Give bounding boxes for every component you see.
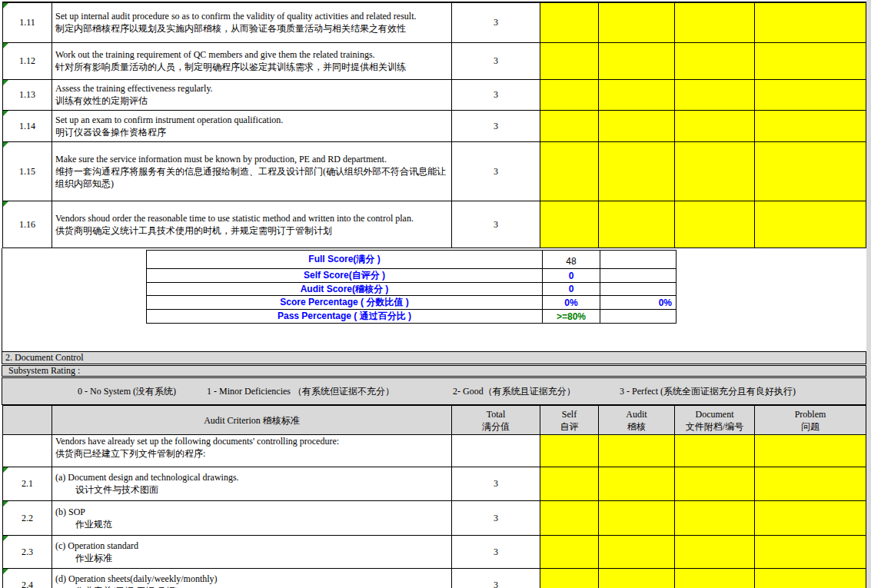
audit-score-cell[interactable] bbox=[599, 80, 675, 111]
problem-cell[interactable] bbox=[755, 435, 866, 467]
row-number-cell[interactable]: 2.1 bbox=[2, 467, 52, 501]
document-ref-cell[interactable] bbox=[675, 43, 755, 80]
header-criterion-cell[interactable]: Audit Criterion 稽核标准 bbox=[52, 405, 452, 435]
document-ref-cell[interactable] bbox=[675, 111, 755, 142]
self-score-cell[interactable] bbox=[540, 501, 599, 536]
row-number-cell[interactable]: 1.13 bbox=[2, 80, 52, 111]
audit-score-cell[interactable] bbox=[599, 43, 675, 80]
audit-score-cell[interactable] bbox=[599, 435, 675, 467]
row-number-cell[interactable]: 1.15 bbox=[2, 142, 52, 201]
audit-score-cell[interactable] bbox=[599, 142, 675, 201]
total-score-cell[interactable]: 3 bbox=[452, 501, 540, 536]
total-score-cell[interactable]: 3 bbox=[452, 43, 540, 80]
audit-score-cell[interactable] bbox=[599, 501, 675, 536]
full-score-label-cell[interactable]: Full Score(满分 ) bbox=[147, 251, 543, 268]
summary-extra-cell[interactable] bbox=[600, 269, 676, 282]
document-ref-cell[interactable] bbox=[675, 2, 755, 43]
pass-percentage-label-cell[interactable]: Pass Percentage ( 通过百分比 ) bbox=[147, 310, 543, 323]
problem-cell[interactable] bbox=[755, 2, 866, 43]
section2-title-band[interactable]: 2. Document Control bbox=[2, 351, 866, 364]
total-score-cell[interactable]: 3 bbox=[452, 201, 540, 248]
audit-score-cell[interactable] bbox=[599, 111, 675, 142]
criterion-cell[interactable]: Vendors have already set up the followin… bbox=[52, 435, 452, 467]
row-number-cell[interactable]: 1.11 bbox=[2, 2, 52, 43]
self-score-cell[interactable] bbox=[540, 111, 599, 142]
row-number-cell[interactable]: 2.3 bbox=[2, 536, 52, 569]
total-score-cell[interactable]: 3 bbox=[452, 2, 540, 43]
problem-cell[interactable] bbox=[755, 501, 866, 536]
total-score-cell[interactable]: 3 bbox=[452, 142, 540, 201]
document-ref-cell[interactable] bbox=[675, 536, 755, 569]
audit-score-label-cell[interactable]: Audit Score(稽核分 ) bbox=[147, 283, 543, 295]
self-score-cell[interactable] bbox=[540, 201, 599, 248]
criterion-cell[interactable]: Set up an exam to confirm instrument ope… bbox=[52, 111, 452, 142]
document-ref-cell[interactable] bbox=[675, 569, 755, 588]
audit-score-cell[interactable] bbox=[599, 569, 675, 588]
document-ref-cell[interactable] bbox=[675, 201, 755, 248]
problem-cell[interactable] bbox=[755, 142, 866, 201]
problem-cell[interactable] bbox=[755, 536, 866, 569]
row-number-cell[interactable]: 2.4 bbox=[2, 569, 52, 588]
audit-score-cell[interactable] bbox=[599, 2, 675, 43]
problem-cell[interactable] bbox=[755, 569, 866, 588]
document-ref-cell[interactable] bbox=[675, 142, 755, 201]
self-score-cell[interactable] bbox=[540, 80, 599, 111]
problem-cell[interactable] bbox=[755, 467, 866, 501]
audit-score-cell[interactable] bbox=[599, 201, 675, 248]
row-number-cell[interactable]: 1.12 bbox=[2, 43, 52, 80]
self-score-cell[interactable] bbox=[540, 2, 599, 43]
summary-extra-cell[interactable] bbox=[600, 283, 676, 295]
problem-cell[interactable] bbox=[755, 80, 866, 111]
document-ref-cell[interactable] bbox=[675, 501, 755, 536]
criterion-cell[interactable]: Assess the training effectiveness regula… bbox=[52, 80, 452, 111]
criterion-cell[interactable]: (d) Operation sheets(daily/weekly/monthl… bbox=[52, 569, 452, 588]
audit-score-value-cell[interactable]: 0 bbox=[543, 283, 600, 295]
header-audit-cell[interactable]: Audit 稽核 bbox=[599, 405, 675, 435]
score-percentage-value-cell[interactable]: 0% bbox=[543, 296, 600, 309]
criterion-cell[interactable]: (c) Operation standard 作业标准 bbox=[52, 536, 452, 569]
self-score-cell[interactable] bbox=[540, 467, 599, 501]
row-number-cell[interactable]: 1.14 bbox=[2, 111, 52, 142]
self-score-cell[interactable] bbox=[540, 435, 599, 467]
row-number-cell[interactable]: 2.2 bbox=[2, 501, 52, 536]
summary-extra-cell[interactable] bbox=[600, 251, 676, 268]
summary-extra-cell[interactable] bbox=[600, 310, 676, 323]
criterion-cell[interactable]: Work out the training requirement of QC … bbox=[52, 43, 452, 80]
total-score-cell[interactable]: 3 bbox=[452, 111, 540, 142]
criterion-cell[interactable]: (a) Document design and technological dr… bbox=[52, 467, 452, 501]
total-score-cell[interactable] bbox=[452, 435, 540, 467]
pass-percentage-value-cell[interactable]: >=80% bbox=[543, 310, 600, 323]
problem-cell[interactable] bbox=[755, 111, 866, 142]
self-score-cell[interactable] bbox=[540, 43, 599, 80]
total-score-cell[interactable]: 3 bbox=[452, 80, 540, 111]
subsystem-rating-band[interactable]: Subsystem Rating : bbox=[2, 365, 866, 377]
header-document-cell[interactable]: Document 文件附档/编号 bbox=[675, 405, 755, 435]
score-percentage-value2-cell[interactable]: 0% bbox=[600, 296, 676, 309]
problem-cell[interactable] bbox=[755, 43, 866, 80]
score-percentage-label-cell[interactable]: Score Percentage ( 分数比值 ) bbox=[147, 296, 543, 309]
problem-cell[interactable] bbox=[755, 201, 866, 248]
self-score-value-cell[interactable]: 0 bbox=[543, 269, 600, 282]
document-ref-cell[interactable] bbox=[675, 80, 755, 111]
total-score-cell[interactable]: 3 bbox=[452, 467, 540, 501]
document-ref-cell[interactable] bbox=[675, 467, 755, 501]
header-number-cell[interactable] bbox=[2, 405, 52, 435]
self-score-cell[interactable] bbox=[540, 536, 599, 569]
audit-score-cell[interactable] bbox=[599, 536, 675, 569]
total-score-cell[interactable]: 3 bbox=[452, 569, 540, 588]
audit-score-cell[interactable] bbox=[599, 467, 675, 501]
header-self-cell[interactable]: Self 自评 bbox=[540, 405, 599, 435]
header-problem-cell[interactable]: Problem 问题 bbox=[755, 405, 866, 435]
criterion-cell[interactable]: Set up internal audit procedure so as to… bbox=[52, 2, 452, 43]
self-score-cell[interactable] bbox=[540, 142, 599, 201]
document-ref-cell[interactable] bbox=[675, 435, 755, 467]
total-score-cell[interactable]: 3 bbox=[452, 536, 540, 569]
criterion-cell[interactable]: Vendors shoud order the reasonable time … bbox=[52, 201, 452, 248]
criterion-cell[interactable]: Make sure the service information must b… bbox=[52, 142, 452, 201]
row-number-cell[interactable] bbox=[2, 435, 52, 467]
rating-scale-band[interactable]: 0 - No System (没有系统) 1 - Minor Deficienc… bbox=[2, 377, 866, 405]
header-total-cell[interactable]: Total 满分值 bbox=[452, 405, 540, 435]
self-score-cell[interactable] bbox=[540, 569, 599, 588]
full-score-value-cell[interactable]: 48 bbox=[543, 251, 600, 268]
self-score-label-cell[interactable]: Self Score(自评分 ) bbox=[147, 269, 543, 282]
